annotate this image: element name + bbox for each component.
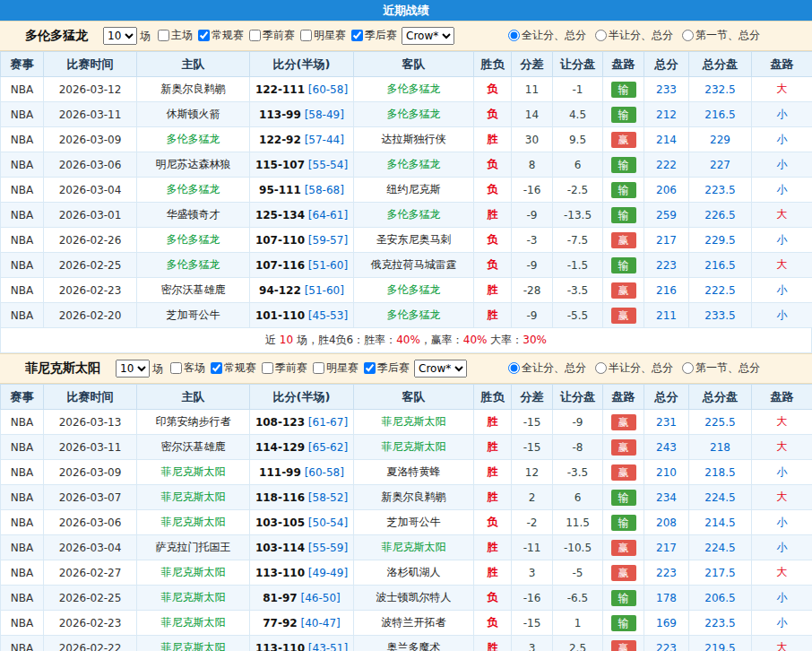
total-line-cell: 222.5 (689, 278, 752, 303)
total-line-cell: 216.5 (689, 102, 752, 127)
handicap-result-cell: 输 (603, 77, 644, 102)
summary-segment: 30% (523, 334, 547, 346)
checkbox-input[interactable] (313, 362, 324, 374)
checkbox-input[interactable] (249, 30, 261, 41)
handicap-line-cell: -3.5 (553, 460, 603, 485)
point-diff-cell: 3 (512, 560, 553, 586)
away-team-cell: 多伦多猛龙 (354, 203, 474, 228)
half-score: [43-51] (308, 642, 348, 651)
checkbox-input[interactable] (351, 30, 363, 41)
handicap-result-cell: 赢 (603, 278, 644, 303)
over-under-cell: 小 (752, 303, 812, 328)
filter-checkbox[interactable]: 常规赛 (207, 360, 256, 376)
odds-company-select[interactable]: Crow* (402, 27, 454, 45)
radio-input[interactable] (682, 362, 694, 374)
full-score: 77-92 (263, 617, 297, 629)
radio-input[interactable] (595, 362, 607, 374)
filter-checkbox[interactable]: 常规赛 (194, 28, 244, 43)
match-date-cell: 2026-02-25 (44, 253, 137, 278)
over-under-cell: 大 (752, 77, 812, 102)
games-count-select[interactable]: 10 (103, 27, 137, 45)
checkbox-input[interactable] (170, 362, 182, 374)
odds-company-select[interactable]: Crow* (414, 360, 467, 378)
checkbox-input[interactable] (262, 362, 273, 374)
handicap-result-cell: 赢 (603, 636, 644, 651)
score-cell: 108-123 [61-67] (250, 410, 354, 435)
column-header: 分差 (512, 385, 553, 410)
total-line-cell: 229 (689, 127, 752, 152)
handicap-result-cell: 输 (603, 611, 644, 636)
filter-checkbox[interactable]: 季后赛 (360, 360, 410, 376)
handicap-line-cell: 1 (553, 611, 603, 636)
table-row: NBA 2026-03-06 明尼苏达森林狼 115-107 [55-54] 多… (1, 152, 812, 178)
league-cell: NBA (1, 278, 44, 303)
over-under-label: 小 (777, 516, 788, 528)
over-under-cell: 小 (752, 611, 812, 636)
checkbox-input[interactable] (158, 30, 169, 41)
checkbox-input[interactable] (364, 362, 376, 374)
filter-checkbox[interactable]: 季前赛 (246, 28, 295, 43)
total-line-cell: 219.5 (689, 636, 752, 651)
league-cell: NBA (1, 636, 44, 651)
handicap-result-badge: 输 (611, 157, 636, 173)
home-team-cell: 芝加哥公牛 (137, 303, 250, 328)
score-cell: 101-110 [45-53] (250, 303, 354, 328)
over-under-label: 小 (777, 616, 788, 629)
filter-radio[interactable]: 半让分、总分 (592, 360, 673, 376)
half-score: [65-62] (308, 441, 348, 454)
point-diff-cell: -11 (512, 535, 553, 560)
away-team-cell: 夏洛特黄蜂 (354, 460, 474, 485)
radio-input[interactable] (508, 362, 520, 374)
home-team-cell: 多伦多猛龙 (137, 228, 250, 253)
filter-radio[interactable]: 第一节、总分 (678, 28, 760, 43)
away-team-cell: 多伦多猛龙 (354, 278, 474, 303)
checkbox-input[interactable] (211, 362, 222, 374)
filter-radio[interactable]: 全让分、总分 (505, 28, 586, 43)
filter-checkbox[interactable]: 客场 (167, 360, 205, 376)
half-score: [60-58] (308, 83, 348, 96)
filter-checkbox[interactable]: 季前赛 (258, 360, 307, 376)
over-under-cell: 大 (752, 435, 812, 460)
total-line-cell: 206.5 (689, 586, 752, 611)
league-cell: NBA (1, 203, 44, 228)
score-cell: 103-105 [50-54] (250, 510, 354, 535)
table-row: NBA 2026-02-23 菲尼克斯太阳 77-92 [40-47] 波特兰开… (1, 611, 812, 636)
filter-radio[interactable]: 半让分、总分 (592, 28, 673, 43)
total-points-cell: 223 (644, 560, 689, 586)
league-cell: NBA (1, 560, 44, 586)
handicap-mode-radios: 全让分、总分半让分、总分第一节、总分 (505, 28, 765, 44)
filter-checkbox[interactable]: 季后赛 (348, 28, 397, 43)
filter-bar: 多伦多猛龙 10 场 主场常规赛季前赛明星赛季后赛 Crow* 全让分、总分半让… (0, 21, 812, 51)
checkbox-label: 常规赛 (224, 360, 256, 376)
over-under-label: 小 (777, 591, 788, 603)
league-cell: NBA (1, 435, 44, 460)
radio-input[interactable] (508, 30, 520, 41)
filter-radio[interactable]: 第一节、总分 (678, 360, 760, 376)
column-header: 盘路 (752, 385, 812, 410)
handicap-line-cell: -13.5 (553, 203, 603, 228)
radio-input[interactable] (682, 30, 694, 41)
table-header-row: 赛事比赛时间主队比分(半场)客队胜负分差让分盘盘路总分总分盘盘路 (1, 52, 812, 77)
score-cell: 122-92 [57-44] (250, 127, 354, 152)
checkbox-input[interactable] (300, 30, 312, 41)
summary-segment: 场，胜4负6：胜率： (293, 334, 396, 346)
point-diff-cell: -16 (512, 178, 553, 203)
win-lose-cell: 负 (474, 586, 512, 611)
games-count-suffix: 场 (152, 361, 163, 377)
handicap-result-cell: 输 (603, 253, 644, 278)
home-team-cell: 休斯顿火箭 (137, 102, 250, 127)
filter-checkbox[interactable]: 主场 (154, 28, 193, 43)
radio-input[interactable] (595, 30, 607, 41)
full-score: 111-99 (259, 466, 301, 479)
checkbox-input[interactable] (198, 30, 210, 41)
checkbox-label: 季前赛 (275, 360, 307, 376)
page-title: 近期战绩 (0, 0, 812, 21)
filter-radio[interactable]: 全让分、总分 (505, 360, 586, 376)
games-count-select[interactable]: 10 (116, 360, 150, 378)
league-cell: NBA (1, 178, 44, 203)
filter-checkbox[interactable]: 明星赛 (309, 360, 358, 376)
league-cell: NBA (1, 127, 44, 152)
checkbox-label: 季前赛 (263, 28, 295, 43)
column-header: 主队 (137, 385, 250, 410)
filter-checkbox[interactable]: 明星赛 (297, 28, 346, 43)
